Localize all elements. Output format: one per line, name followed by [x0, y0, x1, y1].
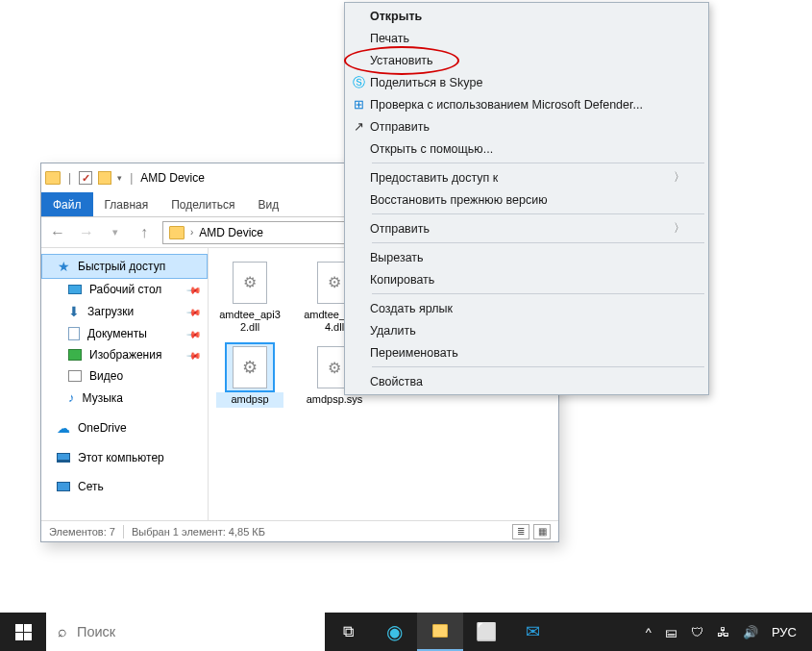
menu-openwith[interactable]: Открыть с помощью...: [347, 138, 706, 160]
search-box[interactable]: ⌕ Поиск: [46, 613, 325, 651]
chevron-right-icon: ›: [190, 227, 193, 238]
file-item[interactable]: ⚙ amdtee_api32.dll: [216, 260, 283, 335]
mail-icon: ✉: [526, 621, 540, 642]
tab-file[interactable]: Файл: [41, 192, 93, 216]
folder-open-icon: [98, 171, 111, 185]
details-view-button[interactable]: ≣: [512, 524, 529, 539]
sidebar-item-label: Загрузки: [87, 305, 134, 318]
edge-icon: ◉: [386, 620, 403, 643]
edge-button[interactable]: ◉: [371, 613, 417, 651]
video-icon: [68, 370, 82, 382]
up-button[interactable]: ↑: [134, 222, 155, 243]
pc-icon: [57, 453, 70, 463]
sidebar-item-onedrive[interactable]: ☁ OneDrive: [41, 416, 208, 439]
sidebar-item-documents[interactable]: Документы 📌: [41, 323, 208, 344]
sidebar-item-network[interactable]: Сеть: [41, 476, 208, 497]
sidebar-item-label: Рабочий стол: [89, 283, 161, 296]
menu-install[interactable]: Установить: [347, 49, 706, 71]
path-segment[interactable]: AMD Device: [199, 226, 263, 239]
sidebar: ★ Быстрый доступ Рабочий стол 📌 ⬇ Загруз…: [41, 248, 209, 520]
file-label: amdpsp: [216, 392, 283, 407]
menu-sendto[interactable]: Отправить 〉: [347, 217, 706, 239]
sidebar-item-label: Музыка: [83, 391, 123, 405]
menu-shortcut[interactable]: Создать ярлык: [347, 297, 706, 319]
pin-icon: 📌: [186, 282, 202, 297]
shield-icon: ⊞: [351, 97, 366, 113]
chevron-down-icon[interactable]: ▾: [117, 173, 122, 183]
menu-label: Отправить: [370, 222, 430, 236]
taskview-button[interactable]: ⧉: [325, 613, 371, 651]
status-count: Элементов: 7: [49, 526, 115, 538]
sidebar-item-pictures[interactable]: Изображения 📌: [41, 344, 208, 365]
cloud-icon: ☁: [57, 420, 70, 436]
sidebar-item-label: Документы: [87, 327, 147, 340]
sidebar-item-downloads[interactable]: ⬇ Загрузки 📌: [41, 300, 208, 323]
language-indicator[interactable]: РУС: [772, 625, 797, 639]
image-icon: [68, 349, 82, 361]
sidebar-item-label: Сеть: [78, 480, 104, 493]
menu-open[interactable]: Открыть: [347, 5, 706, 27]
sidebar-item-label: OneDrive: [78, 421, 127, 435]
sidebar-item-label: Изображения: [89, 348, 161, 362]
store-icon: ⬜: [476, 621, 497, 642]
menu-label: Проверка с использованием Microsoft Defe…: [370, 98, 643, 112]
tab-share[interactable]: Поделиться: [160, 192, 246, 216]
sidebar-item-label: Этот компьютер: [78, 451, 164, 464]
star-icon: ★: [58, 259, 70, 274]
back-button[interactable]: ←: [47, 222, 68, 243]
menu-label: Отправить: [370, 120, 430, 134]
sidebar-item-label: Быстрый доступ: [78, 260, 165, 273]
sidebar-item-desktop[interactable]: Рабочий стол 📌: [41, 279, 208, 300]
folder-icon: [432, 624, 448, 638]
sidebar-item-music[interactable]: ♪ Музыка: [41, 387, 208, 409]
taskview-icon: ⧉: [343, 623, 354, 640]
menu-copy[interactable]: Копировать: [347, 268, 706, 290]
checkbox-icon[interactable]: ✓: [79, 171, 92, 185]
menu-label: Поделиться в Skype: [370, 76, 482, 89]
store-button[interactable]: ⬜: [463, 613, 509, 651]
menu-defender[interactable]: ⊞ Проверка с использованием Microsoft De…: [347, 93, 706, 115]
volume-icon[interactable]: 🔊: [743, 625, 758, 639]
explorer-button[interactable]: [417, 613, 463, 651]
menu-giveaccess[interactable]: Предоставить доступ к 〉: [347, 166, 706, 188]
network-tray-icon[interactable]: 🖧: [717, 625, 729, 639]
menu-properties[interactable]: Свойства: [347, 370, 706, 392]
window-title: AMD Device: [140, 171, 205, 185]
windows-icon: [15, 624, 32, 640]
tab-view[interactable]: Вид: [246, 192, 290, 216]
search-placeholder: Поиск: [77, 624, 115, 639]
menu-restore[interactable]: Восстановить прежнюю версию: [347, 188, 706, 211]
sidebar-item-quick-access[interactable]: ★ Быстрый доступ: [41, 254, 208, 279]
taskbar: ⌕ Поиск ⧉ ◉ ⬜ ✉ ^ 🖴 🛡 🖧 🔊 РУС: [0, 613, 812, 651]
mail-button[interactable]: ✉: [509, 613, 555, 651]
menu-skype[interactable]: Ⓢ Поделиться в Skype: [347, 71, 706, 93]
music-icon: ♪: [68, 390, 75, 405]
security-icon[interactable]: 🛡: [691, 625, 703, 639]
separator: |: [130, 171, 133, 185]
file-item[interactable]: ⚙ amdpsp: [216, 344, 283, 407]
tray-overflow-icon[interactable]: ^: [646, 625, 652, 639]
menu-print[interactable]: Печать: [347, 27, 706, 49]
menu-label: Предоставить доступ к: [370, 171, 498, 185]
dll-icon: ⚙: [233, 262, 267, 304]
network-icon: [57, 482, 70, 491]
menu-cut[interactable]: Вырезать: [347, 246, 706, 268]
context-menu: Открыть Печать Установить Ⓢ Поделиться в…: [344, 2, 709, 395]
view-buttons: ≣ ▦: [512, 524, 551, 539]
menu-delete[interactable]: Удалить: [347, 319, 706, 341]
hardware-icon[interactable]: 🖴: [665, 625, 677, 639]
sidebar-item-video[interactable]: Видео: [41, 365, 208, 387]
skype-icon: Ⓢ: [351, 75, 366, 90]
icons-view-button[interactable]: ▦: [533, 524, 551, 539]
forward-button: →: [76, 222, 97, 243]
desktop-icon: [68, 285, 82, 294]
menu-rename[interactable]: Переименовать: [347, 341, 706, 363]
start-button[interactable]: [0, 613, 46, 651]
tab-home[interactable]: Главная: [93, 192, 160, 216]
pin-icon: 📌: [186, 326, 202, 341]
status-selection: Выбран 1 элемент: 4,85 КБ: [132, 526, 265, 538]
menu-share[interactable]: ↗ Отправить: [347, 115, 706, 138]
sidebar-item-thispc[interactable]: Этот компьютер: [41, 447, 208, 468]
recent-locations[interactable]: ▾: [105, 222, 126, 243]
folder-icon: [169, 226, 185, 239]
